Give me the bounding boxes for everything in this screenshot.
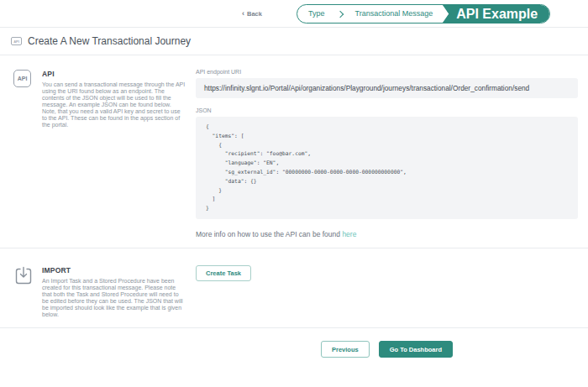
previous-button[interactable]: Previous xyxy=(321,341,370,358)
step-transactional-message[interactable]: Transactional Message xyxy=(344,5,444,23)
api-section-description: You can send a transactional message thr… xyxy=(42,81,186,128)
api-icon: API xyxy=(13,70,31,87)
more-info-here-link[interactable]: here xyxy=(342,230,356,238)
back-label: Back xyxy=(247,10,262,18)
json-label: JSON xyxy=(196,107,578,113)
api-section-intro: API API You can send a transactional mes… xyxy=(0,55,196,248)
api-section-content: API endpoint URI https://infinity.slgnt.… xyxy=(196,55,588,248)
import-section-description: An Import Task and a Stored Procedure ha… xyxy=(42,278,186,318)
step-type[interactable]: Type xyxy=(297,5,336,23)
more-info-text: More info on how to use the API can be f… xyxy=(196,230,578,238)
more-info-prefix: More info on how to use the API can be f… xyxy=(196,230,342,238)
api-badge-icon: API xyxy=(11,37,22,45)
create-task-button[interactable]: Create Task xyxy=(196,265,251,281)
icon-cell xyxy=(13,266,42,327)
page-header: API Create A New Transactional Journey xyxy=(0,28,588,55)
json-example-code: { "items": [ { "recipient": "foo@bar.com… xyxy=(196,117,578,219)
top-bar: ‹ Back Type Transactional Message API Ex… xyxy=(0,0,588,28)
page-title: Create A New Transactional Journey xyxy=(28,35,191,47)
go-to-dashboard-button[interactable]: Go To Dashboard xyxy=(379,341,453,358)
journey-stepper: Type Transactional Message API Example xyxy=(297,4,550,24)
import-section-intro: IMPORT An Import Task and a Stored Proce… xyxy=(0,248,196,327)
import-section: IMPORT An Import Task and a Stored Proce… xyxy=(0,248,588,327)
api-section: API API You can send a transactional mes… xyxy=(0,55,588,248)
endpoint-uri-field[interactable]: https://infinity.slgnt.io/Portal/Api/org… xyxy=(196,78,578,98)
endpoint-uri-label: API endpoint URI xyxy=(196,69,578,75)
page: ‹ Back Type Transactional Message API Ex… xyxy=(0,0,588,387)
back-chevron-icon: ‹ xyxy=(242,10,244,18)
footer: Previous Go To Dashboard xyxy=(0,327,588,387)
chevron-right-icon xyxy=(336,10,343,17)
import-download-icon xyxy=(13,266,34,286)
icon-cell: API xyxy=(13,70,42,248)
api-section-heading: API xyxy=(42,70,186,78)
back-link[interactable]: ‹ Back xyxy=(242,10,262,18)
import-section-content: Create Task xyxy=(196,248,588,327)
step-api-example[interactable]: API Example xyxy=(442,4,549,24)
import-section-heading: IMPORT xyxy=(42,266,186,275)
